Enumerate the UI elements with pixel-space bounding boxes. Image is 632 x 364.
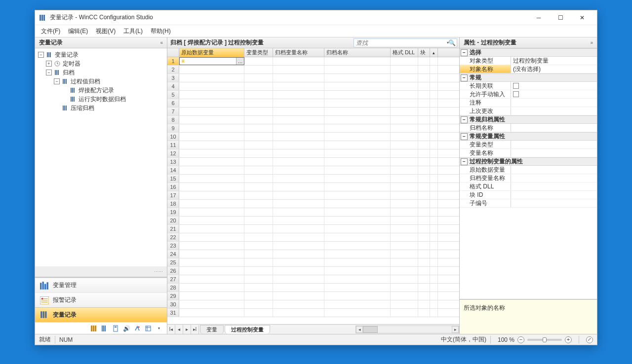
tool-icon-3[interactable]	[112, 325, 119, 332]
prop-raw-tag[interactable]: 原始数据变量	[460, 166, 597, 174]
cell[interactable]	[430, 200, 438, 208]
nav-tag-management[interactable]: 变量管理	[35, 278, 167, 292]
cell[interactable]	[324, 141, 391, 149]
prop-arch-tag-name[interactable]: 归档变量名称	[460, 174, 597, 182]
cell-raw-tag[interactable]	[179, 141, 244, 149]
cell[interactable]	[324, 191, 391, 199]
sheet-tab-process-control[interactable]: 过程控制变量	[225, 325, 270, 334]
cell[interactable]	[430, 309, 438, 317]
row-header[interactable]: 15	[167, 175, 179, 182]
cell[interactable]	[430, 175, 438, 182]
cell[interactable]	[418, 225, 430, 233]
col-tag-type[interactable]: 变量类型	[244, 48, 273, 57]
table-row[interactable]: 16	[167, 183, 459, 191]
scroll-right-icon[interactable]: ▸	[452, 326, 459, 333]
cell[interactable]	[418, 141, 430, 149]
checkbox[interactable]	[513, 83, 519, 89]
cell-raw-tag[interactable]	[179, 175, 244, 182]
cell[interactable]	[418, 242, 430, 250]
cell[interactable]	[430, 267, 438, 275]
cell[interactable]	[324, 292, 391, 300]
cell[interactable]	[418, 158, 430, 166]
cell[interactable]	[391, 233, 418, 241]
cell-raw-tag[interactable]: ✳…	[179, 57, 244, 65]
cell[interactable]	[418, 233, 430, 241]
cell[interactable]	[273, 82, 324, 90]
cell[interactable]	[418, 149, 430, 157]
cell[interactable]	[418, 99, 430, 107]
cell[interactable]	[244, 116, 273, 124]
cell[interactable]	[273, 267, 324, 275]
expander-icon[interactable]: −	[54, 78, 60, 84]
cell[interactable]	[244, 284, 273, 291]
cell[interactable]	[418, 284, 430, 291]
cell[interactable]	[244, 275, 273, 283]
cell[interactable]	[324, 200, 391, 208]
cell[interactable]	[273, 250, 324, 258]
cell[interactable]	[324, 309, 391, 317]
cell[interactable]	[430, 250, 438, 258]
cell[interactable]	[418, 175, 430, 182]
checkbox[interactable]	[513, 91, 519, 97]
cell[interactable]	[244, 183, 273, 191]
table-row[interactable]: 17	[167, 191, 459, 200]
zoom-slider[interactable]	[527, 339, 562, 341]
cell[interactable]	[430, 300, 438, 308]
cell[interactable]	[391, 166, 418, 174]
cell[interactable]	[430, 183, 438, 191]
cell[interactable]	[324, 82, 391, 90]
row-header[interactable]: 22	[167, 233, 179, 241]
row-header[interactable]: 18	[167, 200, 179, 208]
cell[interactable]	[244, 300, 273, 308]
cell[interactable]	[244, 258, 273, 266]
cell-raw-tag[interactable]	[179, 116, 244, 124]
cell[interactable]	[430, 124, 438, 132]
prop-long-term[interactable]: 长期关联	[460, 82, 597, 90]
cell[interactable]	[418, 124, 430, 132]
row-header[interactable]: 14	[167, 166, 179, 174]
table-row[interactable]: 6	[167, 99, 459, 108]
cell[interactable]	[391, 175, 418, 182]
menu-view[interactable]: 视图(V)	[93, 26, 118, 36]
cell[interactable]	[324, 166, 391, 174]
collapse-left-icon[interactable]: «	[160, 40, 163, 45]
cell[interactable]	[391, 258, 418, 266]
cell[interactable]	[418, 108, 430, 115]
cell[interactable]	[324, 66, 391, 73]
cell[interactable]	[418, 300, 430, 308]
cell[interactable]	[244, 66, 273, 73]
cell[interactable]	[324, 99, 391, 107]
table-row[interactable]: 23	[167, 242, 459, 250]
table-row[interactable]: 7	[167, 108, 459, 116]
cell[interactable]	[391, 158, 418, 166]
table-row[interactable]: 1✳…	[167, 57, 459, 66]
zoom-in-button[interactable]: +	[565, 336, 572, 343]
col-arch-tag-name[interactable]: 归档变量名称	[273, 48, 324, 57]
cell-raw-tag[interactable]	[179, 74, 244, 82]
cell[interactable]	[418, 66, 430, 73]
prop-manual-input[interactable]: 允许手动输入	[460, 90, 597, 99]
row-header[interactable]: 17	[167, 191, 179, 199]
cell[interactable]	[324, 149, 391, 157]
table-row[interactable]: 31	[167, 309, 459, 317]
prop-last-change[interactable]: 上次更改	[460, 107, 597, 115]
cat-archive-props[interactable]: −常规归档属性	[460, 115, 597, 124]
cell[interactable]	[273, 116, 324, 124]
minus-icon[interactable]: −	[461, 133, 468, 140]
cell[interactable]	[324, 275, 391, 283]
row-header[interactable]: 13	[167, 158, 179, 166]
minimize-button[interactable]: ─	[528, 11, 550, 25]
cell[interactable]	[324, 217, 391, 224]
cell[interactable]	[430, 74, 438, 82]
table-row[interactable]: 24	[167, 250, 459, 258]
cell[interactable]	[418, 57, 430, 65]
cell[interactable]	[324, 133, 391, 141]
row-header[interactable]: 29	[167, 292, 179, 300]
sheet-tab-tags[interactable]: 变量	[200, 325, 224, 334]
minus-icon[interactable]: −	[461, 158, 468, 165]
prop-tag-type[interactable]: 变量类型	[460, 141, 597, 149]
row-header[interactable]: 27	[167, 275, 179, 283]
row-header[interactable]: 21	[167, 225, 179, 233]
cell[interactable]	[391, 183, 418, 191]
cell[interactable]	[391, 91, 418, 99]
